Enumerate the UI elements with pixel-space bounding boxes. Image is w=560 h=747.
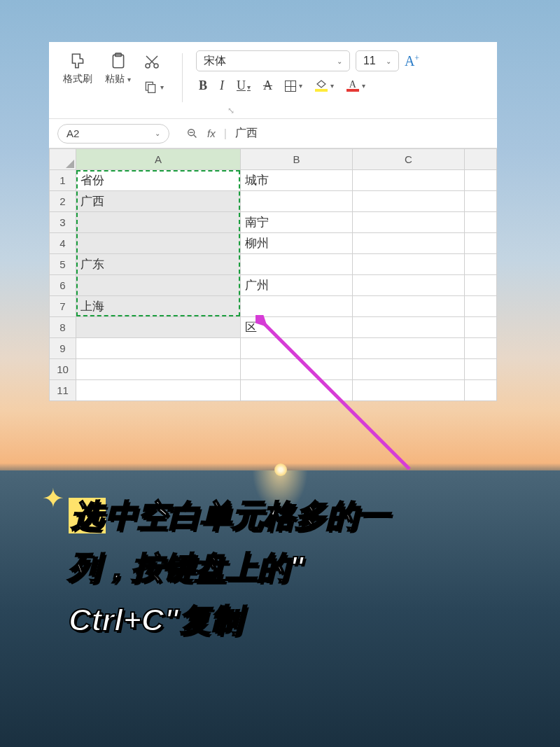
caption-text: Ctrl+C"复制 bbox=[69, 602, 242, 638]
row-header[interactable]: 5 bbox=[50, 254, 76, 275]
chevron-down-icon: ▾ bbox=[160, 83, 164, 91]
font-group: 宋体 ⌄ 11 ⌄ A+ B I U▾ A ▾ ▾ bbox=[192, 48, 419, 93]
cell[interactable] bbox=[76, 233, 241, 254]
name-box[interactable]: A2 ⌄ bbox=[57, 124, 169, 144]
cell[interactable] bbox=[241, 191, 353, 212]
strikethrough-button[interactable]: A bbox=[263, 78, 272, 93]
column-header-b[interactable]: B bbox=[241, 149, 353, 170]
cell[interactable] bbox=[353, 380, 465, 401]
copy-icon bbox=[144, 80, 158, 94]
chevron-down-icon: ⌄ bbox=[155, 130, 160, 137]
font-name-select[interactable]: 宋体 ⌄ bbox=[196, 50, 350, 71]
increase-font-button[interactable]: A+ bbox=[405, 53, 419, 69]
spreadsheet-window: 格式刷 粘贴▾ ▾ 宋体 ⌄ bbox=[49, 42, 497, 401]
format-painter-button[interactable]: 格式刷 bbox=[63, 52, 92, 85]
cell[interactable]: 上海 bbox=[76, 296, 241, 317]
cut-button[interactable] bbox=[144, 53, 164, 73]
cell[interactable]: 城市 bbox=[241, 170, 353, 191]
cell[interactable] bbox=[465, 359, 497, 380]
row-header[interactable]: 7 bbox=[50, 296, 76, 317]
cell[interactable] bbox=[353, 170, 465, 191]
cell[interactable] bbox=[353, 317, 465, 338]
search-icon[interactable] bbox=[186, 127, 199, 140]
fx-label[interactable]: fx bbox=[207, 127, 216, 139]
cell[interactable] bbox=[353, 191, 465, 212]
cell[interactable] bbox=[76, 317, 241, 338]
cell[interactable] bbox=[353, 254, 465, 275]
border-button[interactable]: ▾ bbox=[285, 81, 302, 92]
cell[interactable] bbox=[76, 359, 241, 380]
cell[interactable] bbox=[353, 275, 465, 296]
cell[interactable] bbox=[465, 296, 497, 317]
cell[interactable] bbox=[465, 317, 497, 338]
paste-button[interactable]: 粘贴▾ bbox=[105, 52, 131, 85]
select-all-corner[interactable] bbox=[50, 149, 76, 170]
cell[interactable] bbox=[465, 380, 497, 401]
cell-grid[interactable]: A B C 1省份城市 2广西 3南宁 4柳州 5广东 6广州 7上海 8区 9… bbox=[49, 148, 497, 401]
column-header-c[interactable]: C bbox=[353, 149, 465, 170]
cell[interactable]: 广州 bbox=[241, 275, 353, 296]
brush-icon bbox=[69, 52, 87, 70]
row-header[interactable]: 3 bbox=[50, 212, 76, 233]
paste-label: 粘贴 bbox=[105, 73, 125, 85]
row-header[interactable]: 4 bbox=[50, 233, 76, 254]
cell[interactable]: 省份 bbox=[76, 170, 241, 191]
cell[interactable] bbox=[465, 338, 497, 359]
row-header[interactable]: 2 bbox=[50, 191, 76, 212]
cell[interactable] bbox=[241, 254, 353, 275]
cell[interactable] bbox=[465, 212, 497, 233]
cell[interactable]: 广东 bbox=[76, 254, 241, 275]
cell[interactable] bbox=[241, 338, 353, 359]
row-header[interactable]: 11 bbox=[50, 380, 76, 401]
instruction-caption: 选中空白单元格多的一 列，按键盘上的" Ctrl+C"复制 bbox=[69, 490, 511, 646]
cell[interactable] bbox=[465, 233, 497, 254]
bold-button[interactable]: B bbox=[199, 78, 207, 93]
row-header[interactable]: 8 bbox=[50, 317, 76, 338]
copy-button[interactable]: ▾ bbox=[144, 80, 164, 94]
cell[interactable] bbox=[465, 275, 497, 296]
column-header[interactable] bbox=[465, 149, 497, 170]
cell[interactable]: 柳州 bbox=[241, 233, 353, 254]
cell[interactable] bbox=[353, 359, 465, 380]
formula-bar: A2 ⌄ fx | 广西 bbox=[49, 119, 497, 148]
caption-text: 列，按键盘上的" bbox=[69, 550, 304, 585]
cell[interactable] bbox=[76, 380, 241, 401]
cell[interactable]: 广西 bbox=[76, 191, 241, 212]
column-header-a[interactable]: A bbox=[76, 149, 241, 170]
font-size-value: 11 bbox=[363, 55, 376, 67]
bucket-icon bbox=[315, 80, 328, 92]
cell[interactable] bbox=[241, 359, 353, 380]
cell[interactable] bbox=[76, 338, 241, 359]
caption-text: 中空白单元格多的一 bbox=[106, 498, 389, 533]
row-header[interactable]: 1 bbox=[50, 170, 76, 191]
cell[interactable]: 区 bbox=[241, 317, 353, 338]
cell[interactable]: 南宁 bbox=[241, 212, 353, 233]
row-header[interactable]: 10 bbox=[50, 359, 76, 380]
formula-value[interactable]: 广西 bbox=[235, 126, 258, 141]
cell[interactable] bbox=[465, 170, 497, 191]
cell-reference: A2 bbox=[66, 127, 79, 139]
cell[interactable] bbox=[76, 212, 241, 233]
cell[interactable] bbox=[353, 212, 465, 233]
italic-button[interactable]: I bbox=[220, 78, 224, 93]
clipboard-group: 格式刷 粘贴▾ ▾ bbox=[57, 48, 169, 98]
ribbon-expand-icon[interactable]: ⤡ bbox=[227, 106, 234, 116]
underline-button[interactable]: U▾ bbox=[237, 78, 251, 93]
sparkle-icon: ✦ bbox=[42, 483, 64, 514]
cell[interactable] bbox=[241, 380, 353, 401]
cell[interactable] bbox=[241, 296, 353, 317]
row-header[interactable]: 9 bbox=[50, 338, 76, 359]
row-header[interactable]: 6 bbox=[50, 275, 76, 296]
cell[interactable] bbox=[76, 275, 241, 296]
ribbon-toolbar: 格式刷 粘贴▾ ▾ 宋体 ⌄ bbox=[49, 42, 497, 119]
cell[interactable] bbox=[465, 191, 497, 212]
cell[interactable] bbox=[353, 296, 465, 317]
font-color-button[interactable]: A ▾ bbox=[346, 81, 365, 92]
cell[interactable] bbox=[465, 254, 497, 275]
border-icon bbox=[285, 81, 296, 92]
font-size-select[interactable]: 11 ⌄ bbox=[356, 50, 399, 71]
cell[interactable] bbox=[353, 338, 465, 359]
fill-color-button[interactable]: ▾ bbox=[315, 80, 334, 92]
cell[interactable] bbox=[353, 233, 465, 254]
clipboard-icon bbox=[109, 52, 127, 70]
